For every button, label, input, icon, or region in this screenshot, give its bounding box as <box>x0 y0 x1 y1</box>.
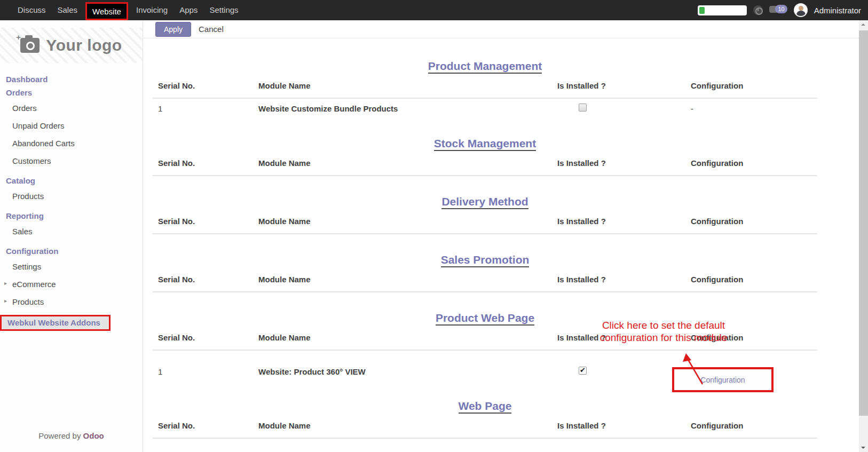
configuration-cell: - <box>691 104 823 113</box>
sidebar-item-products[interactable]: Products <box>0 187 143 205</box>
sidebar-section-orders[interactable]: Orders <box>0 86 143 99</box>
col-module: Module Name <box>258 275 557 284</box>
module-name-cell: Website: Product 360° VIEW <box>258 367 557 376</box>
section-title-link[interactable]: Web Page <box>459 400 512 414</box>
camera-icon: + <box>20 38 40 53</box>
section-delivery-method: Delivery Method Serial No. Module Name I… <box>153 195 817 234</box>
sidebar-item-label: eCommerce <box>12 280 56 289</box>
powered-by: Powered by Odoo <box>0 431 143 440</box>
messages-count-badge: 10 <box>775 5 787 13</box>
camera-plus-icon: + <box>16 33 21 42</box>
installed-checkbox[interactable] <box>579 104 587 112</box>
sidebar-item-abandoned-carts[interactable]: Abandoned Carts <box>0 134 143 152</box>
configuration-button[interactable]: Configuration <box>700 376 745 384</box>
sidebar-item-webkul-website-addons[interactable]: Webkul Website Addons <box>0 315 111 331</box>
section-title-link[interactable]: Stock Management <box>434 137 536 151</box>
sidebar-item-sales[interactable]: Sales <box>0 223 143 240</box>
table-header-row: Serial No. Module Name Is Installed ? Co… <box>153 81 817 99</box>
sidebar-item-orders[interactable]: Orders <box>0 99 143 117</box>
sidebar-item-ecommerce[interactable]: ▸ eCommerce <box>0 275 143 293</box>
section-web-page: Web Page Serial No. Module Name Is Insta… <box>153 400 817 439</box>
app-menu: Discuss Sales Website Invoicing Apps Set… <box>12 0 244 20</box>
cancel-button[interactable]: Cancel <box>199 25 224 34</box>
table-header-row: Serial No. Module Name Is Installed ? Co… <box>153 158 817 176</box>
col-module: Module Name <box>258 81 557 90</box>
progress-bar <box>698 5 747 15</box>
apply-button[interactable]: Apply <box>155 22 191 37</box>
col-installed: Is Installed ? <box>557 158 691 168</box>
annotation-text: Click here to set the default configurat… <box>546 319 781 344</box>
section-title-link[interactable]: Product Web Page <box>436 312 534 326</box>
sidebar-item-settings[interactable]: Settings <box>0 258 143 275</box>
annotation-line2: configuration for this module <box>546 331 781 344</box>
col-module: Module Name <box>258 333 557 342</box>
col-installed: Is Installed ? <box>557 81 691 90</box>
section-title-link[interactable]: Product Management <box>428 60 542 74</box>
nav-item-invoicing[interactable]: Invoicing <box>130 0 173 20</box>
col-installed: Is Installed ? <box>557 217 691 226</box>
chevron-right-icon[interactable]: ▸ <box>4 298 7 304</box>
section-product-web-page: Product Web Page Click here to set the d… <box>153 312 817 380</box>
scroll-up-arrow-icon[interactable] <box>859 20 868 29</box>
table-header-row: Serial No. Module Name Is Installed ? Co… <box>153 275 817 292</box>
col-installed: Is Installed ? <box>557 421 691 430</box>
odoo-brand-link[interactable]: Odoo <box>83 431 104 440</box>
sidebar-item-dashboard[interactable]: Dashboard <box>0 73 143 86</box>
scroll-down-arrow-icon[interactable] <box>859 443 868 452</box>
col-installed: Is Installed ? <box>557 275 691 284</box>
top-navbar: Discuss Sales Website Invoicing Apps Set… <box>0 0 868 20</box>
nav-item-apps[interactable]: Apps <box>173 0 203 20</box>
table-row: 1 Website Customize Bundle Products - <box>153 99 817 118</box>
section-title-link[interactable]: Sales Promotion <box>441 253 530 267</box>
section-sales-promotion: Sales Promotion Serial No. Module Name I… <box>153 253 817 292</box>
col-serial: Serial No. <box>158 217 258 226</box>
main-content: Apply Cancel Product Management Serial N… <box>143 20 859 452</box>
col-configuration: Configuration <box>691 81 823 90</box>
form-toolbar: Apply Cancel <box>143 20 859 38</box>
clock-icon[interactable] <box>753 5 763 15</box>
sidebar-section-configuration[interactable]: Configuration <box>0 244 143 258</box>
serial-cell: 1 <box>158 367 258 376</box>
nav-item-settings[interactable]: Settings <box>203 0 244 20</box>
serial-cell: 1 <box>158 104 258 113</box>
col-module: Module Name <box>258 217 557 226</box>
section-stock-management: Stock Management Serial No. Module Name … <box>153 137 817 176</box>
col-serial: Serial No. <box>158 421 258 430</box>
chevron-right-icon[interactable]: ▸ <box>4 280 7 286</box>
sidebar-section-catalog[interactable]: Catalog <box>0 174 143 187</box>
user-menu[interactable]: Administrator <box>814 6 861 15</box>
vertical-scrollbar[interactable] <box>859 20 868 452</box>
sidebar-item-products-config[interactable]: ▸ Products <box>0 293 143 311</box>
section-product-management: Product Management Serial No. Module Nam… <box>153 60 817 118</box>
messages-icon[interactable]: 10 <box>769 5 787 15</box>
sidebar-item-customers[interactable]: Customers <box>0 152 143 170</box>
sidebar-section-reporting[interactable]: Reporting <box>0 209 143 223</box>
col-serial: Serial No. <box>158 275 258 284</box>
col-module: Module Name <box>258 421 557 430</box>
nav-item-website-active[interactable]: Website <box>85 2 128 20</box>
col-serial: Serial No. <box>158 81 258 90</box>
col-configuration: Configuration <box>691 158 823 168</box>
col-configuration: Configuration <box>691 421 823 430</box>
user-avatar[interactable] <box>794 3 808 17</box>
col-serial: Serial No. <box>158 333 258 342</box>
col-serial: Serial No. <box>158 158 258 168</box>
logo-placeholder[interactable]: + Your logo <box>0 28 143 63</box>
col-configuration: Configuration <box>691 275 823 284</box>
scrollbar-thumb[interactable] <box>859 30 868 416</box>
sidebar-item-unpaid-orders[interactable]: Unpaid Orders <box>0 117 143 134</box>
powered-by-text: Powered by <box>38 431 81 440</box>
installed-checkbox[interactable] <box>579 367 587 375</box>
col-configuration: Configuration <box>691 217 823 226</box>
annotation-line1: Click here to set the default <box>546 319 781 331</box>
module-name-cell: Website Customize Bundle Products <box>258 104 557 113</box>
section-title-link[interactable]: Delivery Method <box>441 195 528 209</box>
nav-item-sales[interactable]: Sales <box>52 0 84 20</box>
table-header-row: Serial No. Module Name Is Installed ? Co… <box>153 421 817 439</box>
logo-text: Your logo <box>46 36 122 54</box>
website-sidebar: + Your logo Dashboard Orders Orders Unpa… <box>0 20 143 452</box>
sidebar-nav: Dashboard Orders Orders Unpaid Orders Ab… <box>0 73 143 331</box>
addons-page: Product Management Serial No. Module Nam… <box>143 60 817 439</box>
nav-item-discuss[interactable]: Discuss <box>12 0 52 20</box>
sidebar-item-label: Products <box>12 297 44 306</box>
